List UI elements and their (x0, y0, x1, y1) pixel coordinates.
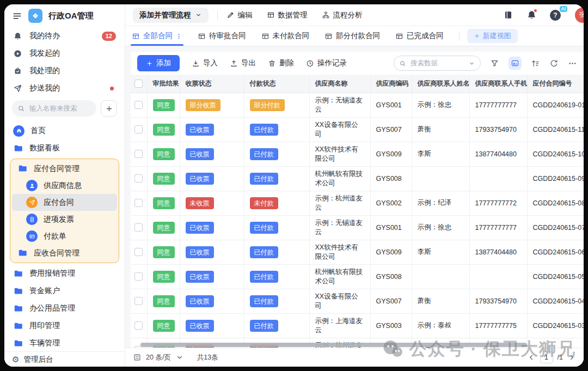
row-checkbox[interactable] (134, 174, 143, 183)
total-pages: /1 (558, 354, 563, 361)
sidebar-item-supplier-info[interactable]: 供应商信息 (12, 177, 117, 194)
sidebar-item-expense-mgmt[interactable]: 费用报销管理 (4, 265, 125, 282)
tab-menu-icon[interactable] (175, 33, 182, 40)
sidebar-search-input[interactable] (28, 104, 91, 113)
notebook-panel-icon[interactable] (503, 10, 513, 20)
row-checkbox[interactable] (134, 297, 143, 305)
contract-no-cell: CGDD240619-01 (527, 93, 584, 117)
table-row[interactable]: 同意已收票已付款示例：上海道友云GYS003示例：泰叔17777777775CG… (131, 313, 584, 338)
payment-status-badge: 已付款 (250, 124, 278, 136)
sidebar-item-cc-me[interactable]: 抄送我的 (4, 80, 125, 97)
edit-button[interactable]: 编辑 (226, 10, 253, 20)
sidebar-item-seal-mgmt[interactable]: 用印管理 (4, 317, 125, 334)
next-page-icon[interactable] (567, 353, 576, 362)
table-row[interactable]: 同意部分收票部分付款示例：无锡道友云GYS001示例：徐忠17777777777… (131, 93, 584, 117)
user-avatar[interactable]: 张 (575, 8, 584, 23)
phone-cell (469, 264, 527, 289)
table-row[interactable]: 同意已收票已付款杭州帆软有限技术公司GYS008CGDD240615-05 (131, 264, 584, 289)
approval-badge: 同意 (153, 320, 175, 332)
tab-2[interactable]: 未付款合同 (261, 26, 310, 46)
row-checkbox[interactable] (134, 272, 143, 281)
row-checkbox[interactable] (134, 321, 143, 330)
row-checkbox[interactable] (134, 199, 143, 207)
approval-badge: 同意 (153, 271, 175, 283)
column-header[interactable]: 供应商联系人姓名 (412, 75, 469, 93)
row-checkbox[interactable] (134, 125, 143, 133)
more-actions-icon[interactable] (568, 59, 577, 68)
sidebar-item-processed[interactable]: 我处理的 (4, 62, 125, 80)
sidebar-item-receivable-contract-mgmt[interactable]: 应收合同管理 (12, 245, 117, 261)
column-header[interactable]: 审批结果 (147, 75, 180, 93)
table-row[interactable]: 同意已收票已付款XX设备有限公司GYS007萧衡17933754970CGDD2… (131, 289, 584, 313)
sidebar-item-input-invoice[interactable]: 进项发票 (12, 211, 117, 228)
table-row[interactable]: 同意已收票已付款杭州帆软有限技术公司GYS008CGDD240615-09 (131, 166, 584, 191)
filter-icon[interactable] (490, 59, 499, 68)
table-search-box[interactable] (394, 56, 481, 71)
select-all-checkbox[interactable] (134, 80, 143, 88)
tab-0[interactable]: 全部合同 (132, 26, 182, 46)
sidebar-item-payable-contract-mgmt[interactable]: 应付合同管理 (12, 160, 117, 177)
flow-analysis-button[interactable]: 流程分析 (322, 10, 363, 20)
horizontal-scrollbar[interactable] (140, 343, 527, 347)
column-header[interactable]: 付款状态 (244, 75, 309, 93)
delete-button[interactable]: 删除 (268, 58, 294, 68)
sidebar-item-initiated[interactable]: 我发起的 (4, 45, 125, 62)
hamburger-menu-icon[interactable] (12, 11, 22, 21)
sidebar-item-office-supplies[interactable]: 办公用品管理 (4, 300, 125, 317)
add-button[interactable]: 添加 (137, 55, 180, 71)
approval-badge: 同意 (153, 197, 175, 209)
row-checkbox[interactable] (134, 248, 143, 256)
column-header[interactable]: 供应商编码 (370, 75, 412, 93)
row-checkbox[interactable] (134, 223, 143, 232)
help-button[interactable]: ? AI (550, 10, 561, 21)
import-button[interactable]: 导入 (192, 58, 218, 68)
tab-4[interactable]: 已完成合同 (395, 26, 444, 46)
contract-no-cell: CGDD240615-06 (527, 240, 584, 264)
notification-bell[interactable] (526, 10, 537, 20)
export-button[interactable]: 导出 (230, 58, 256, 68)
phone-cell: 17777777777 (469, 93, 527, 117)
flow-manage-dropdown[interactable]: 添加并管理流程 (133, 8, 209, 23)
sidebar-item-payment-slip[interactable]: 付款单 (12, 228, 117, 245)
refresh-icon[interactable] (549, 59, 559, 68)
table-row[interactable]: 同意已收票已付款示例：无锡道友云GYS001示例：徐忠17777777777CG… (131, 215, 584, 240)
table-row[interactable]: 同意已收票已付款XX设备有限公司GYS007萧衡17933754970CGDD2… (131, 117, 584, 142)
column-header[interactable]: 应付合同编号 (527, 75, 584, 93)
phone-cell: 17777777777 (469, 215, 527, 240)
supplier-code-cell: GYS007 (370, 117, 412, 142)
tab-3[interactable]: 部分付款合同 (324, 26, 380, 46)
divider (459, 32, 460, 40)
page-size-select[interactable]: 20 条/页 (133, 353, 184, 362)
add-module-button[interactable] (101, 100, 117, 117)
folder-icon (13, 303, 23, 314)
prev-page-icon[interactable] (527, 353, 536, 362)
column-header[interactable]: 供应商联系人手机 (469, 75, 527, 93)
sidebar-item-capital-account[interactable]: 资金账户 (4, 282, 125, 300)
approval-cell: 同意 (147, 289, 180, 313)
tab-1[interactable]: 待审批合同 (198, 26, 246, 46)
sidebar-item-home[interactable]: 首页 (4, 122, 125, 139)
table-row[interactable]: 同意已收票已付款XX软件技术有限公司GYS009李斯13877404480CGD… (131, 240, 584, 264)
table-row[interactable]: 同意未收票未付款示例：杭州道友云GYS002示例：纪泽17777777772CG… (131, 191, 584, 215)
sidebar-item-admin-backend[interactable]: ⚙ 管理后台 (4, 351, 125, 367)
column-header[interactable]: 供应商名称 (309, 75, 370, 93)
table-search-input[interactable] (409, 59, 465, 68)
invoice-cell: 已收票 (180, 313, 244, 338)
data-manage-button[interactable]: 数据管理 (267, 10, 308, 20)
column-header[interactable]: 收票状态 (180, 75, 244, 93)
history-button[interactable]: 操作记录 (306, 58, 347, 68)
row-checkbox[interactable] (134, 101, 143, 109)
phone-cell: 17777777775 (469, 313, 527, 338)
sidebar-item-payable-contract[interactable]: 应付合同 (12, 194, 117, 211)
payment-cell: 已付款 (244, 166, 309, 191)
view-config-button[interactable] (509, 57, 522, 70)
sidebar-search-box[interactable] (12, 100, 96, 117)
sidebar-item-todo[interactable]: 我的待办12 (4, 27, 125, 45)
current-page-box[interactable]: 1 (540, 351, 553, 363)
new-view-button[interactable]: 新建视图 (467, 29, 518, 43)
sidebar-item-vehicle-mgmt[interactable]: 车辆管理 (4, 334, 125, 351)
sidebar-item-dashboard[interactable]: 数据看板 (4, 139, 125, 157)
sort-icon[interactable] (531, 59, 540, 68)
table-row[interactable]: 同意已收票已付款XX软件技术有限公司GYS009李斯13877404480CGD… (131, 142, 584, 166)
row-checkbox[interactable] (134, 150, 143, 158)
